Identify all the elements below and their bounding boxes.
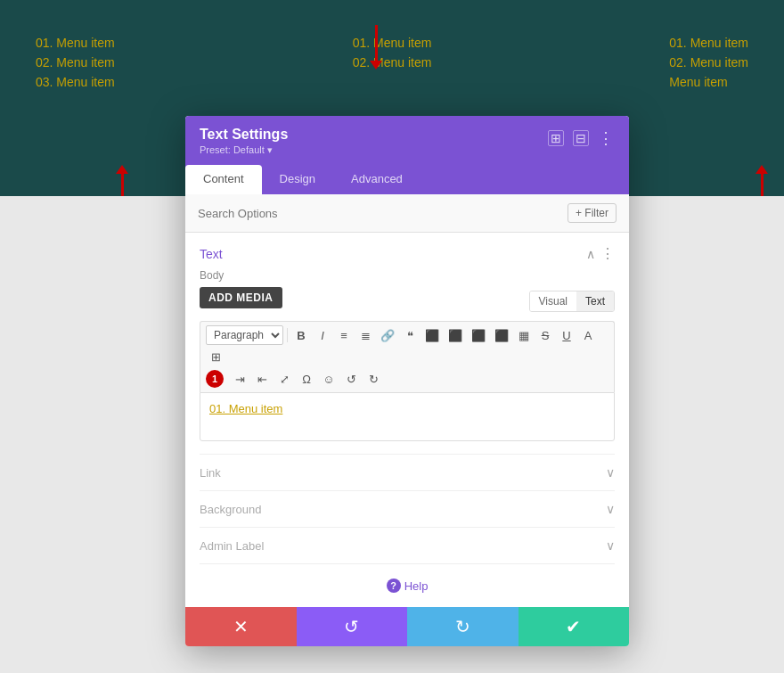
split-icon[interactable]: ⊟: [573, 130, 589, 146]
unordered-list-button[interactable]: ≡: [334, 325, 354, 345]
emoji-button[interactable]: ☺: [319, 369, 339, 389]
undo-button[interactable]: ↺: [297, 607, 408, 646]
link-section-label: Link: [200, 466, 221, 480]
modal-tabs: Content Design Advanced: [185, 165, 629, 194]
wp-editor-toolbar: Paragraph B I ≡ ≣ 🔗 ❝ ⬛ ⬛ ⬛ ⬛ ▦ S U A: [200, 321, 615, 392]
font-color-button[interactable]: A: [578, 325, 598, 345]
modal-header: Text Settings Preset: Default ▾ ⊞ ⊟ ⋮: [185, 116, 629, 165]
link-section: Link ∨: [200, 454, 615, 490]
search-bar: + Filter: [185, 194, 629, 233]
menu-item-2-2: 02. Menu item: [353, 55, 432, 70]
search-input[interactable]: [198, 207, 568, 220]
align-justify-button[interactable]: ⬛: [491, 325, 512, 345]
undo-icon: ↺: [344, 616, 359, 637]
menu-item-1-3: 03. Menu item: [36, 75, 115, 89]
text-section-dots[interactable]: ⋮: [600, 245, 615, 262]
link-section-chevron[interactable]: ∨: [606, 465, 615, 480]
underline-button[interactable]: U: [557, 325, 576, 345]
help-section: ? Help: [200, 563, 615, 600]
help-icon: ?: [387, 579, 401, 593]
visual-toggle-btn[interactable]: Visual: [530, 291, 576, 311]
table-button[interactable]: ▦: [514, 325, 534, 345]
link-button[interactable]: 🔗: [377, 325, 398, 345]
more-options-icon[interactable]: ⋮: [598, 128, 615, 148]
cancel-icon: ✕: [233, 616, 249, 637]
indent-button[interactable]: ⇥: [230, 369, 249, 389]
background-section: Background ∨: [200, 490, 615, 527]
toolbar-row-2: 1 ⇥ ⇤ ⤢ Ω ☺ ↺ ↻: [206, 369, 608, 389]
align-left-button[interactable]: ⬛: [421, 325, 443, 345]
more-formats-button[interactable]: ⊞: [206, 347, 225, 366]
visual-text-toggle: Visual Text: [529, 291, 615, 312]
badge-1: 1: [206, 370, 224, 388]
outdent-button[interactable]: ⇤: [252, 369, 272, 389]
tab-advanced[interactable]: Advanced: [333, 165, 421, 194]
menu-item-3-1: 01. Menu item: [669, 36, 748, 50]
modal-body: Text ∧ ⋮ Body ADD MEDIA Visual Text: [185, 233, 629, 607]
menu-item-3-2: 02. Menu item: [669, 55, 748, 70]
modal-title: Text Settings: [200, 127, 288, 143]
fullscreen-editor-button[interactable]: ⤢: [274, 369, 294, 389]
align-right-button[interactable]: ⬛: [468, 325, 489, 345]
tab-design[interactable]: Design: [262, 165, 333, 194]
modal-header-left: Text Settings Preset: Default ▾: [200, 127, 288, 156]
redo-icon: ↻: [455, 616, 470, 637]
align-center-button[interactable]: ⬛: [445, 325, 466, 345]
add-media-button[interactable]: ADD MEDIA: [200, 287, 282, 308]
text-section-collapse: ∧ ⋮: [586, 245, 615, 262]
blockquote-button[interactable]: ❝: [400, 325, 420, 345]
toolbar-separator-1: [287, 328, 288, 342]
menu-column-1: 01. Menu item 02. Menu item 03. Menu ite…: [36, 36, 115, 89]
redo-button[interactable]: ↻: [407, 607, 519, 646]
toolbar-row-1: Paragraph B I ≡ ≣ 🔗 ❝ ⬛ ⬛ ⬛ ⬛ ▦ S U A: [206, 325, 608, 366]
tab-content[interactable]: Content: [185, 165, 262, 194]
modal-footer: ✕ ↺ ↻ ✔: [185, 607, 629, 646]
undo-editor-button[interactable]: ↺: [341, 369, 361, 389]
footer-spacer: [200, 600, 615, 607]
admin-label-section-header[interactable]: Admin Label ∨: [200, 538, 615, 553]
body-label: Body: [200, 269, 615, 282]
menu-item-1-1: 01. Menu item: [36, 36, 115, 50]
special-chars-button[interactable]: Ω: [297, 369, 316, 389]
save-button[interactable]: ✔: [519, 607, 630, 646]
menu-column-3: 01. Menu item 02. Menu item Menu item: [669, 36, 748, 89]
filter-button[interactable]: + Filter: [568, 203, 617, 223]
background-section-label: Background: [200, 503, 261, 516]
text-toggle-btn[interactable]: Text: [576, 291, 614, 311]
redo-editor-button[interactable]: ↻: [363, 369, 383, 389]
italic-button[interactable]: I: [313, 325, 332, 345]
menu-item-3-3: Menu item: [669, 75, 748, 89]
paragraph-select[interactable]: Paragraph: [206, 325, 283, 345]
cancel-button[interactable]: ✕: [185, 607, 297, 646]
menu-item-2-1: 01. Menu item: [353, 36, 432, 50]
text-section-header: Text ∧ ⋮: [200, 245, 615, 262]
text-section-chevron[interactable]: ∧: [586, 247, 595, 261]
menu-item-1-2: 02. Menu item: [36, 55, 115, 70]
modal-header-icons: ⊞ ⊟ ⋮: [548, 128, 615, 148]
admin-label-section-chevron[interactable]: ∨: [606, 538, 615, 553]
strikethrough-button[interactable]: S: [535, 325, 555, 345]
modal-preset[interactable]: Preset: Default ▾: [200, 144, 288, 156]
background-section-chevron[interactable]: ∨: [606, 502, 615, 516]
save-icon: ✔: [566, 616, 581, 637]
menu-column-2: 01. Menu item 02. Menu item: [353, 36, 432, 70]
help-link[interactable]: ? Help: [200, 579, 615, 593]
background-section-header[interactable]: Background ∨: [200, 502, 615, 516]
text-section: Text ∧ ⋮ Body ADD MEDIA Visual Text: [200, 245, 615, 441]
filter-label: + Filter: [576, 207, 608, 219]
editor-menu-item-text: 01. Menu item: [209, 402, 282, 415]
ordered-list-button[interactable]: ≣: [355, 325, 375, 345]
admin-label-section: Admin Label ∨: [200, 527, 615, 563]
arrow-down-indicator: [370, 25, 382, 70]
help-label: Help: [404, 579, 429, 593]
bold-button[interactable]: B: [291, 325, 311, 345]
fullscreen-icon[interactable]: ⊞: [548, 130, 564, 146]
text-section-title: Text: [200, 247, 223, 261]
link-section-header[interactable]: Link ∨: [200, 465, 615, 480]
text-settings-modal: Text Settings Preset: Default ▾ ⊞ ⊟ ⋮ Co…: [185, 116, 629, 646]
editor-content[interactable]: 01. Menu item: [200, 392, 615, 441]
admin-label-section-label: Admin Label: [200, 539, 264, 553]
